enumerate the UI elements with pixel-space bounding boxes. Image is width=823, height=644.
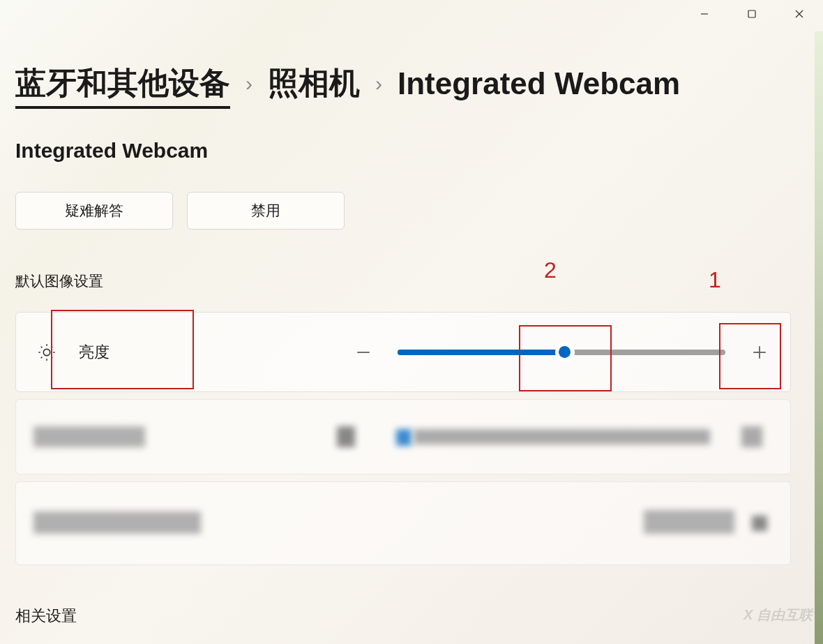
annotation-marker-1: 1 [709, 267, 721, 293]
brightness-label: 亮度 [79, 342, 110, 363]
annotation-box-label [51, 310, 194, 389]
brightness-controls [347, 336, 776, 369]
close-button[interactable] [776, 0, 823, 28]
breadcrumb: 蓝牙和其他设备 › 照相机 › Integrated Webcam [15, 63, 823, 104]
desktop-edge [815, 31, 823, 644]
device-name-heading: Integrated Webcam [15, 139, 823, 163]
svg-line-8 [52, 357, 53, 358]
minimize-button[interactable] [681, 0, 728, 28]
troubleshoot-button[interactable]: 疑难解答 [15, 192, 173, 230]
chevron-right-icon: › [246, 72, 252, 96]
brightness-decrease-button[interactable] [347, 336, 380, 369]
svg-rect-1 [748, 10, 755, 17]
chevron-right-icon: › [375, 72, 382, 96]
blurred-panel-2 [15, 481, 791, 565]
disable-button[interactable]: 禁用 [187, 192, 345, 230]
brightness-icon [36, 343, 58, 362]
svg-point-4 [43, 349, 50, 355]
breadcrumb-current: Integrated Webcam [398, 66, 680, 101]
brightness-panel: 亮度 [15, 312, 791, 392]
brightness-slider[interactable] [398, 350, 725, 355]
settings-window: 蓝牙和其他设备 › 照相机 › Integrated Webcam Integr… [0, 0, 823, 644]
svg-line-12 [52, 346, 53, 347]
settings-panels: 亮度 [15, 312, 823, 565]
brightness-increase-button[interactable] [743, 336, 776, 369]
related-settings-label: 相关设置 [15, 606, 823, 627]
content-area: 蓝牙和其他设备 › 照相机 › Integrated Webcam Integr… [0, 0, 823, 627]
maximize-button[interactable] [728, 0, 776, 28]
default-image-settings-label: 默认图像设置 [15, 271, 823, 291]
blurred-panel-1 [15, 399, 791, 474]
window-titlebar [681, 0, 823, 28]
action-buttons: 疑难解答 禁用 [15, 192, 823, 230]
annotation-marker-2: 2 [544, 257, 557, 283]
slider-thumb[interactable] [555, 343, 575, 362]
watermark: X 自由互联 [743, 606, 813, 624]
svg-line-7 [41, 346, 43, 347]
svg-line-11 [41, 357, 43, 358]
breadcrumb-bluetooth-devices[interactable]: 蓝牙和其他设备 [15, 63, 230, 128]
slider-fill [398, 350, 561, 355]
breadcrumb-camera[interactable]: 照相机 [268, 63, 360, 104]
